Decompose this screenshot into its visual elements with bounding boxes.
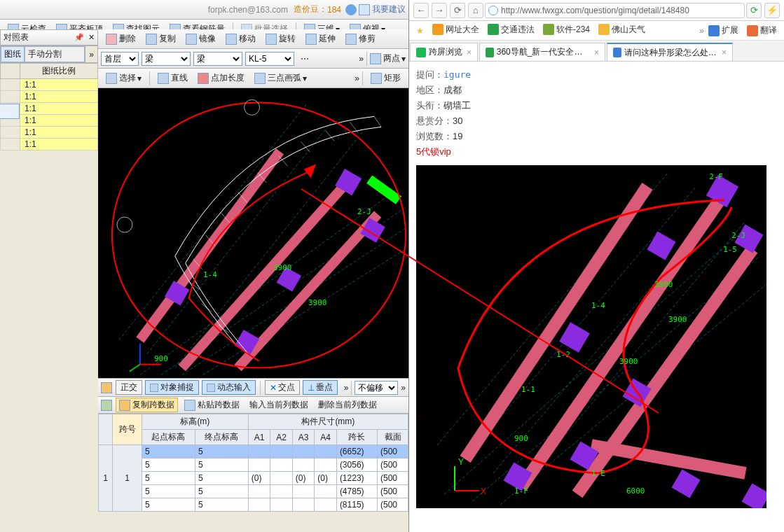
move-button[interactable]: 移动 bbox=[222, 31, 259, 46]
cell-a1[interactable] bbox=[248, 498, 270, 512]
delete-button[interactable]: 删除 bbox=[102, 31, 139, 46]
extensions-button[interactable]: 扩展 bbox=[708, 24, 738, 36]
dyninput-toggle[interactable]: 动态输入 bbox=[202, 380, 256, 395]
cell-end[interactable]: 5 bbox=[195, 472, 248, 485]
cell-a4[interactable] bbox=[315, 485, 337, 498]
browser-tab[interactable]: 360导航_新一代安全上网导航× bbox=[479, 43, 605, 61]
osnap-toggle[interactable]: 对象捕捉 bbox=[145, 380, 199, 395]
address-bar[interactable]: http://www.fwxgx.com/question/gimq/detai… bbox=[485, 3, 745, 18]
bookmark-item[interactable]: 佛山天气 bbox=[598, 24, 645, 36]
floating-handle[interactable] bbox=[0, 104, 20, 119]
member-props-button[interactable]: ⋯ bbox=[297, 52, 312, 65]
favorite-icon[interactable]: ★ bbox=[416, 26, 424, 36]
cad-viewport[interactable]: 3900 3900 900 2-J 1-4 bbox=[98, 88, 408, 378]
tab-close-icon[interactable]: × bbox=[594, 48, 599, 57]
cell-start[interactable]: 5 bbox=[142, 485, 195, 498]
ratio-row[interactable]: 1:1 bbox=[1, 139, 98, 150]
translate-button[interactable]: 翻译 bbox=[747, 24, 777, 36]
select-button[interactable]: 选择▾ bbox=[102, 71, 145, 85]
feedback-icon[interactable] bbox=[359, 4, 370, 15]
cell-a2[interactable] bbox=[270, 498, 293, 512]
floor-select[interactable]: 首层 bbox=[101, 52, 139, 66]
cell-a2[interactable] bbox=[270, 445, 293, 458]
cell-a3[interactable] bbox=[292, 458, 315, 472]
snap-menu-icon[interactable] bbox=[101, 382, 112, 393]
browser-tab[interactable]: 跨屏浏览× bbox=[410, 43, 478, 61]
cell-sec[interactable]: (500 bbox=[378, 458, 408, 472]
perp-toggle[interactable]: ⊥垂点 bbox=[303, 380, 338, 395]
panel-more-icon[interactable]: » bbox=[85, 46, 97, 62]
cell-end[interactable]: 5 bbox=[195, 485, 248, 498]
cell-a3[interactable] bbox=[292, 445, 315, 458]
cell-a4[interactable] bbox=[315, 458, 337, 472]
cell-a3[interactable]: (0) bbox=[292, 472, 315, 485]
trim-button[interactable]: 修剪 bbox=[342, 31, 379, 46]
cell-a2[interactable] bbox=[270, 472, 293, 485]
snap-overflow-icon[interactable]: » bbox=[344, 383, 349, 393]
draw-overflow-icon[interactable]: » bbox=[355, 74, 359, 83]
pin-icon[interactable]: 📌 bbox=[74, 33, 84, 42]
tab-manual-split[interactable]: 手动分割 bbox=[25, 46, 85, 62]
cell-start[interactable]: 5 bbox=[142, 498, 195, 512]
span-row[interactable]: 55(3056)(500 bbox=[99, 458, 408, 472]
snap-overflow2-icon[interactable]: » bbox=[401, 383, 406, 393]
cell-end[interactable]: 5 bbox=[195, 445, 248, 458]
ratio-row[interactable]: 1:1 bbox=[1, 79, 98, 91]
bell-icon[interactable] bbox=[345, 4, 357, 15]
line-button[interactable]: 直线 bbox=[154, 71, 191, 85]
category1-select[interactable]: 梁 bbox=[142, 52, 191, 66]
cell-start[interactable]: 5 bbox=[142, 458, 195, 472]
cell-a4[interactable] bbox=[315, 498, 337, 512]
cell-sec[interactable]: (500 bbox=[378, 445, 408, 458]
paste-spans-button[interactable]: 粘贴跨数据 bbox=[181, 398, 243, 412]
rotate-button[interactable]: 旋转 bbox=[262, 31, 299, 46]
cell-a1[interactable] bbox=[248, 445, 270, 458]
category2-select[interactable]: 梁 bbox=[193, 52, 242, 66]
cell-start[interactable]: 5 bbox=[142, 472, 195, 485]
cell-a1[interactable] bbox=[248, 485, 270, 498]
span-row[interactable]: 55(0)(0)(0)(1223)(500 bbox=[99, 472, 408, 485]
bookmark-item[interactable]: 网址大全 bbox=[432, 24, 479, 36]
tab-drawings[interactable]: 图纸 bbox=[1, 46, 25, 62]
spans-table[interactable]: 跨号 标高(m) 构件尺寸(mm) 起点标高 终点标高 A1 A2 A3 A4 … bbox=[98, 414, 408, 512]
cell-len[interactable]: (6652) bbox=[336, 445, 377, 458]
span-row[interactable]: 1155(6652)(500 bbox=[99, 445, 408, 458]
tab-close-icon[interactable]: × bbox=[722, 48, 727, 57]
cell-len[interactable]: (1223) bbox=[336, 472, 377, 485]
close-icon[interactable]: ✕ bbox=[88, 33, 95, 42]
overflow-icon[interactable]: » bbox=[359, 54, 364, 64]
cell-len[interactable]: (8115) bbox=[336, 498, 377, 512]
tab-close-icon[interactable]: × bbox=[467, 48, 472, 57]
cell-len[interactable]: (4785) bbox=[336, 485, 377, 498]
back-button[interactable]: ← bbox=[413, 3, 429, 18]
extend-button[interactable]: 延伸 bbox=[302, 31, 339, 46]
cell-start[interactable]: 5 bbox=[142, 445, 195, 458]
cell-end[interactable]: 5 bbox=[195, 458, 248, 472]
forward-button[interactable]: → bbox=[432, 3, 447, 18]
twopoint-label[interactable]: 两点 bbox=[383, 52, 400, 64]
mirror-button[interactable]: 镜像 bbox=[182, 31, 219, 46]
cell-a4[interactable]: (0) bbox=[315, 472, 337, 485]
ortho-toggle[interactable]: 正交 bbox=[116, 380, 142, 395]
browser-tab[interactable]: 请问这种异形梁怎么处理-广联× bbox=[607, 43, 733, 61]
cell-sec[interactable]: (500 bbox=[378, 485, 408, 498]
member-select[interactable]: KL-5 bbox=[245, 52, 294, 66]
xpoint-toggle[interactable]: ✕交点 bbox=[265, 380, 300, 395]
cell-a2[interactable] bbox=[270, 485, 293, 498]
chevron-down-icon[interactable]: ▾ bbox=[401, 54, 406, 64]
cell-a2[interactable] bbox=[270, 458, 293, 472]
arc3-button[interactable]: 三点画弧▾ bbox=[251, 71, 310, 85]
offset-select[interactable]: 不偏移 bbox=[355, 381, 398, 395]
refresh-green-button[interactable]: ⟳ bbox=[746, 3, 762, 18]
cell-a1[interactable]: (0) bbox=[248, 472, 270, 485]
rect-button[interactable]: 矩形 bbox=[367, 71, 404, 85]
bookmark-item[interactable]: 软件-234 bbox=[543, 24, 590, 36]
cell-a3[interactable] bbox=[292, 485, 315, 498]
delete-col-button[interactable]: 删除当前列数据 bbox=[315, 398, 380, 412]
bookmark-item[interactable]: 交通违法 bbox=[488, 24, 535, 36]
span-row[interactable]: 55(4785)(500 bbox=[99, 485, 408, 498]
cell-sec[interactable]: (500 bbox=[378, 498, 408, 512]
ask-val[interactable]: igure bbox=[443, 69, 471, 80]
suggest-link[interactable]: 我要建议 bbox=[372, 4, 406, 15]
home-button[interactable]: ⌂ bbox=[468, 3, 483, 18]
